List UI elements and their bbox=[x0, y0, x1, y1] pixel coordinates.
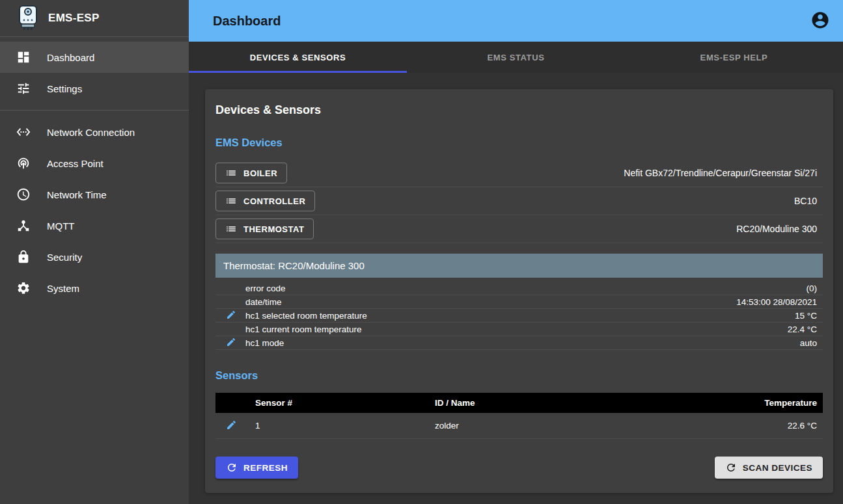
detail-row-name: hc1 mode bbox=[245, 338, 284, 348]
column-id-name: ID / Name bbox=[435, 398, 719, 408]
main-area: Devices & Sensors EMS Devices BOILERNefi… bbox=[189, 73, 843, 504]
detail-row-name: hc1 current room temperature bbox=[245, 325, 362, 334]
refresh-button-label: REFRESH bbox=[243, 463, 288, 473]
sidebar-item-label: Network Connection bbox=[47, 127, 135, 138]
edit-sensor-button[interactable] bbox=[226, 419, 237, 432]
device-model: RC20/Moduline 300 bbox=[736, 224, 823, 234]
account-circle-icon bbox=[810, 10, 830, 32]
tab-bar: DEVICES & SENSORSEMS STATUSEMS-ESP HELP bbox=[189, 42, 843, 73]
list-icon bbox=[225, 195, 237, 207]
tab-label: EMS-ESP HELP bbox=[700, 53, 768, 62]
edit-icon bbox=[226, 419, 237, 432]
sidebar-nav: DashboardSettingsNetwork ConnectionAcces… bbox=[0, 37, 189, 304]
sensor-number: 1 bbox=[245, 421, 435, 431]
sensors-heading: Sensors bbox=[215, 369, 823, 382]
sidebar-item-label: MQTT bbox=[47, 220, 75, 232]
detail-row-name: date/time bbox=[245, 297, 282, 307]
actions-bar: REFRESH SCAN DEVICES bbox=[215, 457, 823, 479]
detail-row-value: 14:53:00 28/08/2021 bbox=[736, 297, 823, 307]
scan-devices-button[interactable]: SCAN DEVICES bbox=[715, 457, 823, 479]
app-root: EMS-ESP DashboardSettingsNetwork Connect… bbox=[0, 0, 843, 504]
device-button-label: CONTROLLER bbox=[243, 196, 305, 206]
scan-devices-button-label: SCAN DEVICES bbox=[743, 463, 812, 473]
sidebar-item-label: System bbox=[47, 283, 79, 294]
refresh-icon bbox=[725, 462, 737, 473]
dashboard-icon bbox=[16, 50, 31, 64]
device-row: CONTROLLERBC10 bbox=[215, 187, 823, 215]
clock-icon bbox=[16, 187, 31, 202]
sidebar-item-mqtt[interactable]: MQTT bbox=[0, 210, 189, 241]
sensor-row: 1zolder22.6 °C bbox=[215, 413, 823, 439]
device-detail-row: hc1 current room temperature22.4 °C bbox=[215, 323, 823, 336]
device-button-label: BOILER bbox=[243, 168, 277, 178]
device-button-label: THERMOSTAT bbox=[243, 224, 304, 234]
column-sensor-number: Sensor # bbox=[245, 398, 435, 408]
device-detail-row: hc1 selected room temperature15 °C bbox=[215, 309, 823, 323]
sensor-name: zolder bbox=[435, 421, 719, 431]
edit-cell bbox=[215, 337, 245, 349]
content: Dashboard DEVICES & SENSORSEMS STATUSEMS… bbox=[189, 0, 843, 504]
edit-icon bbox=[226, 337, 236, 349]
sidebar-item-network-time[interactable]: Network Time bbox=[0, 179, 189, 210]
detail-row-value: (0) bbox=[807, 284, 823, 293]
sidebar-item-access-point[interactable]: Access Point bbox=[0, 148, 189, 179]
list-icon bbox=[225, 223, 237, 235]
card-title: Devices & Sensors bbox=[215, 103, 823, 117]
edit-value-button[interactable] bbox=[226, 337, 236, 349]
refresh-icon bbox=[226, 462, 238, 473]
device-row: BOILERNefit GBx72/Trendline/Cerapur/Gree… bbox=[215, 159, 823, 187]
sidebar-item-label: Network Time bbox=[47, 189, 107, 200]
detail-row-value: auto bbox=[800, 338, 823, 348]
device-button-thermostat[interactable]: THERMOSTAT bbox=[215, 219, 314, 239]
refresh-button[interactable]: REFRESH bbox=[215, 457, 298, 479]
sidebar-item-label: Dashboard bbox=[47, 52, 94, 63]
account-button[interactable] bbox=[810, 10, 830, 32]
column-temperature: Temperature bbox=[719, 398, 823, 408]
ems-devices-heading: EMS Devices bbox=[215, 137, 823, 149]
app-title: EMS-ESP bbox=[48, 12, 100, 25]
page-title: Dashboard bbox=[213, 14, 281, 29]
sidebar: EMS-ESP DashboardSettingsNetwork Connect… bbox=[0, 0, 189, 504]
tab-label: DEVICES & SENSORS bbox=[250, 53, 346, 62]
sensors-table-header: Sensor # ID / Name Temperature bbox=[215, 393, 823, 413]
detail-row-value: 15 °C bbox=[795, 311, 823, 321]
sidebar-item-security[interactable]: Security bbox=[0, 241, 189, 272]
sensors-table-body: 1zolder22.6 °C bbox=[215, 413, 823, 439]
wifi-tethering-icon bbox=[16, 156, 31, 170]
device-button-boiler[interactable]: BOILER bbox=[215, 163, 287, 183]
detail-row-name: hc1 selected room temperature bbox=[245, 311, 367, 321]
ems-devices-list: BOILERNefit GBx72/Trendline/Cerapur/Gree… bbox=[215, 159, 823, 243]
device-detail-row: date/time14:53:00 28/08/2021 bbox=[215, 295, 823, 309]
device-detail-title: Thermostat: RC20/Moduline 300 bbox=[215, 254, 823, 278]
app-logo: EMS-ESP bbox=[0, 0, 189, 37]
device-row: THERMOSTATRC20/Moduline 300 bbox=[215, 215, 823, 243]
edit-value-button[interactable] bbox=[226, 310, 236, 322]
tab-ems-status[interactable]: EMS STATUS bbox=[407, 42, 625, 73]
tab-ems-esp-help[interactable]: EMS-ESP HELP bbox=[625, 42, 843, 73]
sensors-table: Sensor # ID / Name Temperature 1zolder22… bbox=[215, 393, 823, 439]
device-hub-icon bbox=[16, 219, 31, 233]
sidebar-item-network-connection[interactable]: Network Connection bbox=[0, 116, 189, 148]
detail-row-value: 22.4 °C bbox=[788, 325, 823, 334]
edit-cell bbox=[215, 419, 245, 432]
sidebar-item-label: Settings bbox=[47, 83, 82, 94]
edit-icon bbox=[226, 310, 236, 322]
sidebar-item-settings[interactable]: Settings bbox=[0, 73, 189, 104]
tab-devices-sensors[interactable]: DEVICES & SENSORS bbox=[189, 42, 407, 73]
sidebar-item-dashboard[interactable]: Dashboard bbox=[0, 42, 189, 73]
appbar: Dashboard bbox=[189, 0, 843, 42]
sidebar-item-label: Security bbox=[47, 252, 82, 263]
sensor-temperature: 22.6 °C bbox=[719, 421, 823, 431]
device-button-controller[interactable]: CONTROLLER bbox=[215, 191, 315, 211]
boiler-logo-icon bbox=[18, 5, 38, 31]
sidebar-item-label: Access Point bbox=[47, 158, 104, 169]
edit-cell bbox=[215, 310, 245, 322]
device-detail-row: error code(0) bbox=[215, 282, 823, 295]
detail-row-name: error code bbox=[245, 284, 286, 293]
ethernet-icon bbox=[16, 125, 31, 139]
gear-icon bbox=[16, 281, 31, 295]
lock-icon bbox=[16, 250, 31, 264]
sidebar-divider bbox=[0, 110, 189, 111]
device-detail-table: error code(0)date/time14:53:00 28/08/202… bbox=[215, 278, 823, 350]
sidebar-item-system[interactable]: System bbox=[0, 272, 189, 304]
